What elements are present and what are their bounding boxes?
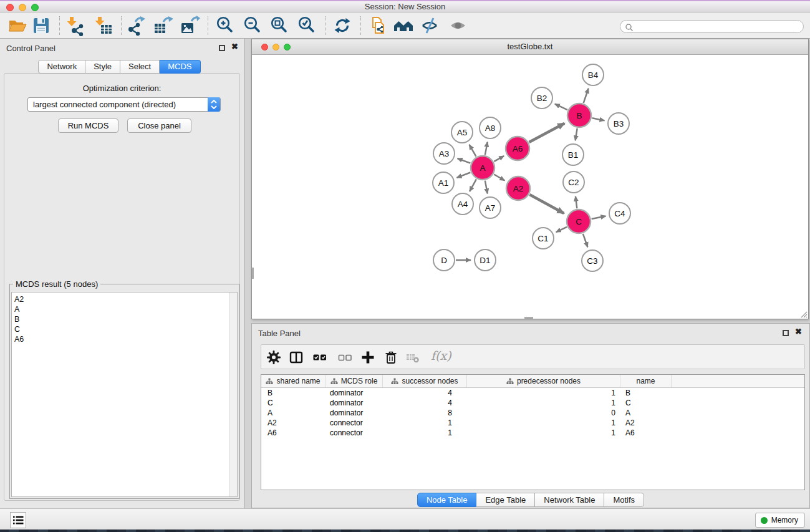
result-item[interactable]: A xyxy=(12,304,237,314)
table-cell[interactable]: 1 xyxy=(467,428,620,438)
graph-edge-B-B4[interactable] xyxy=(584,89,589,103)
column-header-predecessor-nodes[interactable]: predecessor nodes xyxy=(467,375,620,387)
graph-edge-C-C4[interactable] xyxy=(592,216,606,218)
table-cell[interactable]: connector xyxy=(325,418,383,428)
delete-column-trash-icon[interactable] xyxy=(383,350,398,365)
table-cell[interactable]: 0 xyxy=(467,408,620,418)
column-header-successor-nodes[interactable]: successor nodes xyxy=(383,375,467,387)
export-image-icon[interactable] xyxy=(179,15,200,36)
graph-edge-A-A6[interactable] xyxy=(494,156,504,162)
graph-node-A8[interactable]: A8 xyxy=(480,117,501,138)
graph-edge-C-C3[interactable] xyxy=(583,234,587,247)
graph-edge-A-A7[interactable] xyxy=(485,181,488,194)
tab-select[interactable]: Select xyxy=(120,60,160,74)
graph-edge-C-C1[interactable] xyxy=(556,227,567,232)
mcds-result-list[interactable]: A2ABCA6 xyxy=(11,292,238,497)
table-cell[interactable]: 1 xyxy=(467,418,620,428)
node-table[interactable]: shared nameMCDS rolesuccessor nodesprede… xyxy=(261,374,805,490)
table-cell[interactable]: A xyxy=(620,408,672,418)
import-network-icon[interactable] xyxy=(65,15,86,36)
result-item[interactable]: A2 xyxy=(12,294,237,304)
table-row[interactable]: Bdominator41B xyxy=(261,388,804,398)
export-network-icon[interactable] xyxy=(125,15,147,36)
resize-grip[interactable] xyxy=(799,310,808,318)
vertical-scrollbar-thumb[interactable] xyxy=(252,268,254,279)
tab-style[interactable]: Style xyxy=(85,60,120,74)
table-cell[interactable]: A6 xyxy=(620,428,672,438)
table-cell[interactable]: B xyxy=(620,388,672,398)
result-item[interactable]: B xyxy=(12,314,237,324)
graph-node-B1[interactable]: B1 xyxy=(562,144,584,165)
result-item[interactable]: C xyxy=(12,324,237,334)
split-columns-icon[interactable] xyxy=(289,350,304,365)
table-row[interactable]: Adominator80A xyxy=(261,408,804,418)
task-history-button[interactable] xyxy=(10,512,26,528)
network-window-titlebar[interactable]: testGlobe.txt xyxy=(252,39,808,55)
add-column-icon[interactable] xyxy=(360,350,375,365)
hide-details-icon[interactable] xyxy=(420,15,441,36)
table-cell[interactable]: B xyxy=(261,388,325,398)
table-cell[interactable]: A2 xyxy=(620,418,672,428)
search-input[interactable] xyxy=(635,21,798,32)
tab-node-table[interactable]: Node Table xyxy=(417,493,477,507)
graph-node-A[interactable]: A xyxy=(471,156,494,180)
table-cell[interactable]: dominator xyxy=(325,408,383,418)
zoom-out-icon[interactable] xyxy=(242,15,263,36)
table-cell[interactable]: 8 xyxy=(383,408,467,418)
close-table-panel-icon[interactable]: ✖ xyxy=(795,327,802,336)
deselect-all-icon[interactable] xyxy=(337,350,352,365)
table-row[interactable]: A2connector11A2 xyxy=(261,418,804,428)
open-file-icon[interactable] xyxy=(7,15,28,36)
graph-node-B2[interactable]: B2 xyxy=(531,87,552,109)
graph-edge-A-A5[interactable] xyxy=(470,145,476,157)
search-field[interactable] xyxy=(620,20,804,33)
table-cell[interactable]: dominator xyxy=(325,398,383,408)
table-cell[interactable]: C xyxy=(261,398,325,408)
table-cell[interactable]: A6 xyxy=(261,428,325,438)
graph-node-A3[interactable]: A3 xyxy=(433,143,455,164)
graph-edge-A2-C[interactable] xyxy=(529,195,564,213)
graph-edge-C-C2[interactable] xyxy=(576,196,577,208)
graph-node-A4[interactable]: A4 xyxy=(452,193,473,215)
table-cell[interactable]: 1 xyxy=(383,418,467,428)
table-cell[interactable]: 4 xyxy=(383,388,467,398)
table-cell[interactable]: dominator xyxy=(325,388,383,398)
table-cell[interactable]: 1 xyxy=(467,388,620,398)
table-row[interactable]: Cdominator41C xyxy=(261,398,804,408)
graph-node-B3[interactable]: B3 xyxy=(608,113,629,134)
graph-node-D1[interactable]: D1 xyxy=(475,249,496,271)
import-table-icon[interactable] xyxy=(93,15,114,36)
column-header-shared-name[interactable]: shared name xyxy=(261,375,325,387)
table-cell[interactable]: connector xyxy=(325,428,383,438)
float-panel-icon[interactable] xyxy=(219,45,225,51)
select-all-icon[interactable] xyxy=(312,350,327,365)
graph-edge-B-B1[interactable] xyxy=(576,128,577,141)
zoom-selected-icon[interactable] xyxy=(296,15,317,36)
graph-node-C3[interactable]: C3 xyxy=(582,250,603,271)
graph-node-A6[interactable]: A6 xyxy=(506,137,529,160)
table-cell[interactable]: A xyxy=(261,408,325,418)
table-cell[interactable]: 4 xyxy=(383,398,467,408)
graph-node-A7[interactable]: A7 xyxy=(480,197,501,218)
column-header-name[interactable]: name xyxy=(620,375,672,387)
result-list-scrollbar[interactable] xyxy=(229,293,237,496)
save-session-icon[interactable] xyxy=(31,15,52,36)
tab-network[interactable]: Network xyxy=(38,60,85,74)
graph-edge-A-A2[interactable] xyxy=(494,175,504,181)
graph-edge-A-A3[interactable] xyxy=(458,158,471,163)
table-cell[interactable]: C xyxy=(620,398,672,408)
graph-node-C2[interactable]: C2 xyxy=(563,172,584,193)
graph-node-A1[interactable]: A1 xyxy=(433,172,454,193)
float-table-panel-icon[interactable] xyxy=(783,330,789,336)
run-mcds-button[interactable]: Run MCDS xyxy=(58,118,118,133)
memory-button[interactable]: Memory xyxy=(755,513,805,528)
close-panel-icon[interactable]: ✖ xyxy=(231,42,238,51)
refresh-icon[interactable] xyxy=(332,15,353,36)
export-table-icon[interactable] xyxy=(152,15,173,36)
show-panels-icon[interactable] xyxy=(393,15,414,36)
column-header-MCDS-role[interactable]: MCDS role xyxy=(325,375,383,387)
graph-node-C[interactable]: C xyxy=(567,210,591,233)
table-cell[interactable]: 1 xyxy=(383,428,467,438)
tab-motifs[interactable]: Motifs xyxy=(604,493,644,507)
graph-node-B4[interactable]: B4 xyxy=(582,64,604,85)
